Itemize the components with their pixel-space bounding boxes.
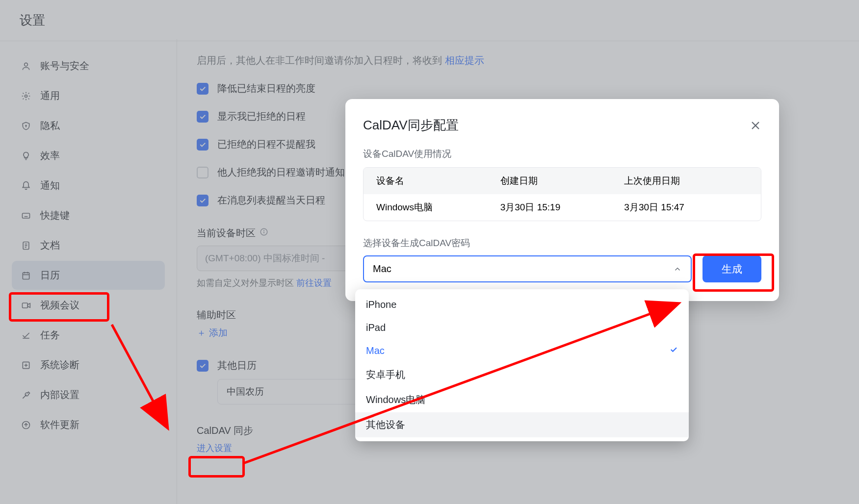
- dropdown-option-label: Windows电脑: [366, 393, 425, 406]
- dropdown-option-label: iPad: [366, 322, 386, 333]
- dropdown-option-label: Mac: [366, 345, 385, 356]
- gen-caption: 选择设备生成CalDAV密码: [363, 237, 761, 250]
- dropdown-option[interactable]: Mac: [355, 339, 689, 362]
- dropdown-option[interactable]: iPhone: [355, 293, 689, 316]
- device-select-value: Mac: [373, 263, 391, 275]
- col-device: 设备名: [376, 175, 500, 187]
- dropdown-option-label: 其他设备: [366, 418, 405, 431]
- modal-title: CalDAV同步配置: [363, 117, 459, 134]
- dropdown-option-label: 安卓手机: [366, 368, 405, 381]
- dropdown-option[interactable]: Windows电脑: [355, 387, 689, 412]
- device-select[interactable]: Mac: [363, 255, 692, 282]
- dropdown-option[interactable]: iPad: [355, 316, 689, 339]
- check-icon: [669, 345, 678, 356]
- table-head: 设备名 创建日期 上次使用日期: [364, 168, 761, 194]
- dev-caption: 设备CalDAV使用情况: [363, 148, 761, 160]
- device-dropdown: iPhoneiPadMac安卓手机Windows电脑其他设备: [355, 289, 689, 441]
- col-lastused: 上次使用日期: [624, 175, 748, 187]
- dropdown-option-label: iPhone: [366, 299, 396, 310]
- dropdown-option[interactable]: 其他设备: [355, 412, 689, 437]
- caldav-modal: CalDAV同步配置 设备CalDAV使用情况 设备名 创建日期 上次使用日期 …: [345, 99, 779, 301]
- dropdown-option[interactable]: 安卓手机: [355, 362, 689, 387]
- chevron-up-icon: [673, 265, 682, 274]
- col-created: 创建日期: [500, 175, 625, 187]
- cell-lastused: 3月30日 15:47: [624, 201, 748, 214]
- close-icon[interactable]: [750, 120, 761, 131]
- table-row: Windows电脑 3月30日 15:19 3月30日 15:47: [364, 194, 761, 221]
- dev-table: 设备名 创建日期 上次使用日期 Windows电脑 3月30日 15:19 3月…: [363, 167, 761, 221]
- generate-button[interactable]: 生成: [703, 255, 761, 282]
- cell-created: 3月30日 15:19: [500, 201, 625, 214]
- cell-device: Windows电脑: [376, 201, 500, 214]
